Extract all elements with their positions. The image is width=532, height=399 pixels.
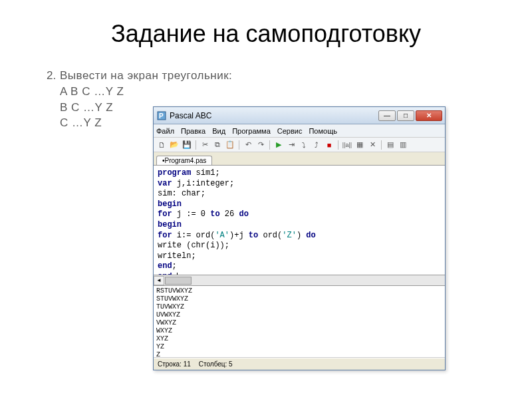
separator bbox=[196, 140, 196, 150]
output-line: STUVWXYZ bbox=[156, 295, 442, 303]
tool-icon[interactable]: ||a|| bbox=[342, 140, 352, 150]
tool-icon[interactable]: ▥ bbox=[398, 140, 408, 150]
ide-window: P Pascal ABC — □ ✕ Файл Правка Вид Прогр… bbox=[153, 106, 446, 370]
tool-icon[interactable]: ▦ bbox=[354, 140, 365, 150]
text-cursor bbox=[177, 273, 178, 275]
code-editor[interactable]: program sim1; var j,i:integer; sim: char… bbox=[154, 166, 445, 275]
output-line: XYZ bbox=[156, 335, 442, 343]
svg-text:P: P bbox=[159, 112, 164, 120]
status-col: Столбец: 5 bbox=[199, 360, 233, 368]
menu-service[interactable]: Сервис bbox=[277, 127, 303, 135]
step-out-icon[interactable]: ⤴ bbox=[311, 140, 322, 150]
slide-title: Задание на самоподготовку bbox=[40, 20, 492, 48]
statusbar: Строка: 11 Столбец: 5 bbox=[154, 358, 445, 370]
toolbar: 🗋 📂 💾 ✂ ⧉ 📋 ↶ ↷ ▶ ⇥ ⤵ ⤴ ■ ||a|| ▦ ✕ ▤ ▥ bbox=[154, 138, 445, 152]
separator bbox=[269, 140, 270, 150]
cut-icon[interactable]: ✂ bbox=[200, 140, 210, 150]
menu-program[interactable]: Программа bbox=[232, 127, 271, 135]
step-icon[interactable]: ⇥ bbox=[286, 140, 297, 150]
output-line: YZ bbox=[156, 343, 442, 351]
menu-file[interactable]: Файл bbox=[156, 127, 174, 135]
output-line: UVWXYZ bbox=[156, 311, 442, 319]
file-tab[interactable]: •Program4.pas bbox=[156, 156, 212, 165]
scroll-left-icon[interactable]: ◄ bbox=[154, 276, 164, 285]
separator bbox=[381, 140, 382, 150]
minimize-button[interactable]: — bbox=[378, 110, 396, 121]
task-line: Вывести на экран треугольник: bbox=[60, 68, 232, 84]
task-line: A B C …Y Z bbox=[60, 84, 232, 100]
menu-help[interactable]: Помощь bbox=[309, 127, 337, 135]
separator bbox=[338, 140, 338, 150]
output-line: Z bbox=[156, 351, 442, 358]
run-icon[interactable]: ▶ bbox=[273, 140, 284, 150]
titlebar[interactable]: P Pascal ABC — □ ✕ bbox=[154, 107, 445, 124]
status-row: Строка: 11 bbox=[158, 360, 191, 368]
separator bbox=[239, 140, 239, 150]
scroll-thumb[interactable] bbox=[165, 277, 192, 285]
output-line: WXYZ bbox=[156, 327, 442, 335]
open-icon[interactable]: 📂 bbox=[169, 140, 180, 150]
menu-edit[interactable]: Правка bbox=[181, 127, 205, 135]
app-icon: P bbox=[156, 110, 167, 121]
paste-icon[interactable]: 📋 bbox=[225, 140, 235, 150]
menu-view[interactable]: Вид bbox=[212, 127, 225, 135]
tool-icon[interactable]: ▤ bbox=[385, 140, 396, 150]
output-line: RSTUVWXYZ bbox=[156, 287, 442, 295]
copy-icon[interactable]: ⧉ bbox=[212, 140, 223, 150]
new-icon[interactable]: 🗋 bbox=[156, 140, 167, 150]
output-line: TUVWXYZ bbox=[156, 303, 442, 311]
redo-icon[interactable]: ↷ bbox=[255, 140, 266, 150]
stop-icon[interactable]: ■ bbox=[324, 140, 334, 150]
close-button[interactable]: ✕ bbox=[416, 110, 442, 121]
save-icon[interactable]: 💾 bbox=[182, 140, 192, 150]
close-tab-icon[interactable]: ✕ bbox=[367, 140, 378, 150]
maximize-button[interactable]: □ bbox=[397, 110, 414, 121]
undo-icon[interactable]: ↶ bbox=[243, 140, 253, 150]
output-panel[interactable]: RSTUVWXYZ STUVWXYZ TUVWXYZ UVWXYZ VWXYZ … bbox=[154, 286, 445, 358]
horizontal-scrollbar[interactable]: ◄ bbox=[154, 275, 445, 286]
menubar: Файл Правка Вид Программа Сервис Помощь bbox=[154, 124, 445, 138]
step-over-icon[interactable]: ⤵ bbox=[299, 140, 309, 150]
tabbar: •Program4.pas bbox=[154, 152, 445, 166]
window-title: Pascal ABC bbox=[170, 111, 378, 120]
output-line: VWXYZ bbox=[156, 319, 442, 327]
task-number: 2. bbox=[47, 68, 56, 84]
